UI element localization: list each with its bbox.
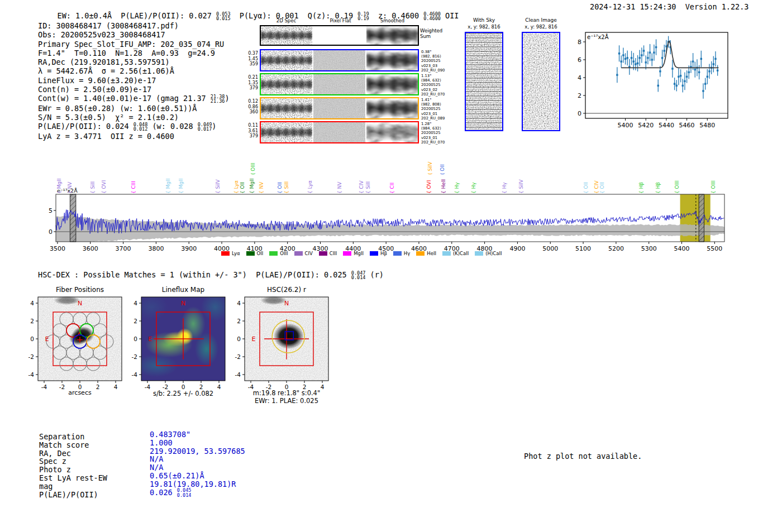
- ci-stack: 0.0490.017: [198, 122, 212, 132]
- cutout-y-tick: 2: [30, 318, 34, 324]
- spectrum-x-tick: 5300: [641, 245, 657, 252]
- emission-line-label: { OII: [583, 182, 589, 194]
- header-plae-ci: 0.0530.015: [216, 12, 231, 21]
- text-segment: Cont(w) = 1.40(±0.01)e-17 (gmag 21.37: [38, 94, 211, 103]
- text-segment: HSC-DEX : Possible Matches = 1 (within +…: [38, 270, 351, 279]
- lineflux-xlabel: s/b: 2.25 +/- 0.082: [133, 390, 233, 397]
- match-row-value: 219.920019, 53.597685: [150, 447, 245, 456]
- text-segment: RA,Dec (219.920181,53.597591): [38, 57, 170, 66]
- match-row-value: 0.483708": [150, 430, 190, 439]
- hsc-xlabel-1: m:19.8 re:1.8" s:0.4": [239, 389, 334, 397]
- legend-item: Lyα: [221, 251, 240, 256]
- spec2d-row-right-labels: 0.38"(982, 816)20200525v023_03202_RU_090: [421, 50, 455, 73]
- legend-label: HeII: [427, 251, 436, 256]
- spec2d-row-right-labels: 1.41"(982, 808)20200525v023_01202_RU_089: [421, 98, 455, 121]
- emission-line-label: { Lyα: [307, 180, 313, 194]
- spectrum-x-tick: 5200: [608, 245, 624, 252]
- match-row-label: mag: [39, 482, 53, 491]
- cutout-y-tick: -4: [28, 371, 35, 378]
- full-spectrum-chart: 3500360037003800390040004100420043004400…: [48, 185, 757, 260]
- match-row-label: Est LyA rest-EW: [39, 473, 107, 482]
- info-line: LineFlux = 9.60(±3.20)e-17: [38, 76, 230, 85]
- lineflux-map-plot: NE-4-4-2-2002244: [126, 282, 237, 394]
- legend-item: Hβ: [370, 251, 387, 256]
- legend-label: CIII: [330, 251, 337, 256]
- spec2d-row-right-labels: 1.13"(984, 632)20200525v023_02202_RU_070: [421, 74, 455, 97]
- emission-line-label: { NV: [67, 182, 73, 194]
- legend-label: Lyα: [232, 251, 240, 256]
- cutout-y-tick: 2: [237, 318, 241, 324]
- legend-label: (H)CaII: [485, 251, 502, 256]
- with-sky-image: [465, 32, 503, 131]
- inset-x-tick: 5480: [699, 122, 715, 129]
- text-segment: N/A: [150, 454, 163, 463]
- inset-y-tick: 4: [578, 74, 581, 82]
- emission-line-label: { OIII: [711, 180, 716, 194]
- clean-image: [522, 32, 560, 131]
- legend-label: Hβ: [380, 251, 387, 256]
- match-row-label: Spec z: [39, 457, 66, 466]
- inset-x-tick: 5420: [638, 122, 654, 129]
- header-plae: P(LAE)/P(OII): 0.027: [121, 11, 216, 20]
- text-segment: ): [212, 122, 216, 131]
- cutout-y-tick: 2: [133, 318, 137, 324]
- emission-line-label: { MgII: [178, 179, 184, 194]
- legend-label: (K)CaII: [453, 251, 469, 256]
- legend-item: (H)CaII: [475, 251, 502, 256]
- info-line: S/N = 5.3(±0.5) χ² = 2.1(±0.2): [38, 113, 230, 122]
- info-line: λ = 5442.67Å σ = 2.56(±1.06)Å: [38, 66, 230, 75]
- compass-east-label: E: [45, 336, 49, 343]
- emission-line-label: { CIII: [131, 181, 136, 194]
- spec2d-row-left-labels: 0.371.45359: [244, 51, 258, 67]
- clean-image-coords: x, y: 982, 816: [522, 24, 560, 30]
- spectrum-y-tick: 0: [49, 228, 53, 236]
- text-segment: 219.920019, 53.597685: [150, 447, 245, 456]
- text-segment: 1.000: [150, 438, 173, 447]
- cutout-y-tick: 4: [237, 300, 241, 306]
- info-line: LyA z = 3.4771 OII z = 0.4600: [38, 132, 230, 141]
- weighted-sum-label: Weighted Sum: [420, 28, 442, 39]
- spec2d-row: [260, 49, 419, 71]
- spectrum-x-tick: 3700: [116, 245, 131, 252]
- legend-swatch: [269, 251, 278, 256]
- match-row-label: RA, Dec: [39, 449, 71, 458]
- spec2d-row-right-labels: 1.28"(984, 632)20200525v023_01202_RU_070: [421, 122, 455, 145]
- emission-line-label: { SiIV: [518, 179, 524, 194]
- legend-swatch: [475, 251, 483, 256]
- spectrum-x-tick: 5000: [542, 245, 558, 252]
- compass-north-label: N: [78, 300, 82, 307]
- header-datetime-version: 2024-12-31 15:24:30 Version 1.22.3: [590, 2, 748, 11]
- ci-stack: 0.0470.014: [351, 271, 366, 280]
- header-z-ci: 0.46000.4600: [423, 12, 441, 21]
- legend-item: OIII: [269, 251, 288, 256]
- emission-line-label: { SiII: [90, 181, 96, 194]
- text-segment: LyA z = 3.4771 OII z = 0.4600: [38, 132, 174, 141]
- match-row-label: P(LAE)/P(OII): [39, 490, 98, 499]
- legend-label: Hγ: [404, 251, 410, 256]
- cutout-y-tick: -4: [235, 371, 241, 378]
- spectrum-x-tick: 3500: [50, 245, 65, 252]
- emission-line-label: { Hβ: [638, 182, 644, 194]
- emission-line-label: ( OIII: [250, 163, 256, 175]
- cutout-y-tick: -2: [132, 353, 137, 360]
- info-line: P(LAE)/P(OII): 0.024 0.0480.012 (w: 0.02…: [38, 122, 230, 132]
- cutout-y-tick: 4: [30, 300, 34, 306]
- ci-stack: 21.3821.36: [211, 94, 225, 104]
- with-sky-stripes: [466, 33, 502, 130]
- hsc-cutout-plot: NE-4-4-2-2002244: [229, 282, 341, 394]
- header-ztype: OII: [441, 11, 459, 20]
- legend-label: OII: [257, 251, 264, 256]
- emission-line-label: { HeII: [441, 179, 446, 194]
- emission-line-label: { OII: [277, 182, 283, 194]
- emission-line-label: { NV: [337, 182, 342, 194]
- text-segment: ): [225, 94, 229, 103]
- fiber-xlabel: arcsecs: [38, 389, 122, 396]
- col-title-pixelflat: Pixel Flat: [314, 18, 367, 23]
- cutout-y-tick: -2: [28, 353, 34, 360]
- legend-label: OIII: [280, 251, 288, 256]
- spec2d-row: [260, 73, 419, 95]
- hsc-dex-match-line: HSC-DEX : Possible Matches = 1 (within +…: [38, 270, 384, 280]
- emission-line-label: { SiIV: [215, 179, 221, 194]
- legend-swatch: [442, 251, 451, 256]
- text-segment: N/A: [150, 463, 163, 472]
